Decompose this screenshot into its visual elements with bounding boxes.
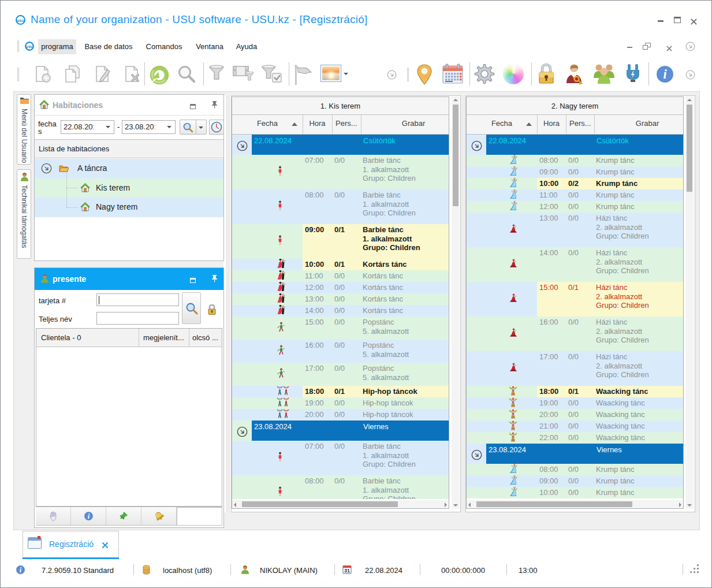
svg-text:31: 31 [344, 568, 350, 574]
svg-text:i: i [88, 512, 90, 520]
svg-text:i: i [663, 67, 667, 81]
svg-text:i: i [20, 566, 22, 574]
svg-text:usu: usu [25, 44, 33, 49]
svg-text:usu: usu [16, 18, 24, 23]
